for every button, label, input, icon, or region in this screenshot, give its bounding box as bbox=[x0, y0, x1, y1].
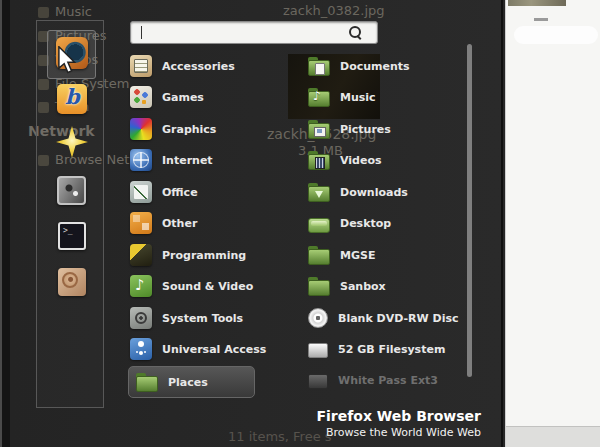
category-other[interactable]: Other bbox=[130, 209, 290, 237]
category-games[interactable]: Games bbox=[130, 83, 290, 111]
category-programming[interactable]: Programming bbox=[130, 241, 290, 269]
graphics-icon bbox=[130, 118, 152, 140]
background-window-dash bbox=[534, 18, 548, 21]
music-folder-icon: ♪ bbox=[308, 91, 330, 107]
background-image-strip bbox=[508, 0, 566, 6]
sanbox-folder-icon bbox=[308, 280, 330, 296]
category-places[interactable]: Places bbox=[128, 366, 255, 398]
place-mgse[interactable]: MGSE bbox=[303, 241, 475, 269]
ghost-sidebar-music: Music bbox=[55, 4, 92, 19]
search-box[interactable] bbox=[130, 21, 378, 44]
place-videos[interactable]: Videos bbox=[303, 146, 475, 174]
place-downloads[interactable]: Downloads bbox=[303, 178, 475, 206]
optical-disc-icon bbox=[308, 308, 328, 328]
category-office[interactable]: Office bbox=[130, 178, 290, 206]
category-system-tools[interactable]: System Tools bbox=[130, 304, 290, 332]
category-universal-access[interactable]: Universal Access bbox=[130, 335, 290, 363]
mouse-cursor bbox=[57, 46, 77, 78]
banshee-icon[interactable] bbox=[57, 84, 87, 114]
place-pictures[interactable]: Pictures bbox=[303, 115, 475, 143]
category-accessories[interactable]: Accessories bbox=[130, 52, 290, 80]
tooltip-subtitle: Browse the World Wide Web bbox=[221, 426, 481, 439]
downloads-folder-icon bbox=[308, 186, 330, 202]
mgse-folder-icon bbox=[308, 249, 330, 265]
hard-drive-dark-icon bbox=[308, 374, 328, 389]
place-music[interactable]: ♪ Music bbox=[303, 83, 475, 111]
category-sound-video[interactable]: Sound & Video bbox=[130, 272, 290, 300]
search-input[interactable] bbox=[139, 24, 339, 39]
universal-access-icon bbox=[130, 338, 152, 360]
terminal-icon[interactable] bbox=[58, 222, 86, 250]
desktop-icon bbox=[308, 218, 330, 233]
background-white-window[interactable] bbox=[505, 0, 600, 447]
photo-app-icon[interactable] bbox=[57, 176, 86, 205]
system-tools-icon bbox=[130, 307, 152, 329]
menu-scrollbar[interactable] bbox=[467, 44, 472, 377]
background-window-highlight bbox=[514, 26, 598, 44]
place-blank-dvd[interactable]: Blank DVD-RW Disc bbox=[303, 304, 475, 332]
app-tooltip: Firefox Web Browser Browse the World Wid… bbox=[221, 408, 481, 439]
place-documents[interactable]: Documents bbox=[303, 52, 475, 80]
ghost-music-icon bbox=[38, 7, 49, 18]
ghost-file-name-top: zackh_0382.jpg bbox=[283, 3, 385, 18]
other-icon bbox=[130, 212, 152, 234]
place-sanbox[interactable]: Sanbox bbox=[303, 272, 475, 300]
place-white-pass[interactable]: White Pass Ext3 bbox=[303, 366, 475, 394]
tooltip-title: Firefox Web Browser bbox=[221, 408, 481, 424]
internet-icon bbox=[130, 149, 152, 171]
programming-icon bbox=[130, 244, 152, 266]
videos-folder-icon bbox=[308, 154, 330, 170]
place-desktop[interactable]: Desktop bbox=[303, 209, 475, 237]
category-internet[interactable]: Internet bbox=[130, 146, 290, 174]
games-icon bbox=[130, 86, 152, 108]
search-icon bbox=[349, 26, 361, 38]
category-graphics[interactable]: Graphics bbox=[130, 115, 290, 143]
sound-video-icon bbox=[130, 275, 152, 297]
background-window-statusbar bbox=[506, 426, 600, 447]
pictures-folder-icon bbox=[308, 123, 330, 139]
text-caret bbox=[141, 26, 142, 39]
screen: Music Pictures Videos File System Trash … bbox=[0, 0, 600, 447]
accessories-icon bbox=[130, 55, 152, 77]
file-manager-window-edge bbox=[0, 0, 10, 447]
office-icon bbox=[130, 181, 152, 203]
places-folder-icon bbox=[136, 376, 158, 392]
documents-folder-icon bbox=[308, 60, 330, 76]
shell-icon[interactable] bbox=[58, 268, 86, 296]
hard-drive-icon bbox=[308, 343, 328, 358]
place-filesystem[interactable]: 52 GB Filesystem bbox=[303, 335, 475, 363]
mint-menu-panel: Music Pictures Videos File System Trash … bbox=[10, 0, 503, 447]
